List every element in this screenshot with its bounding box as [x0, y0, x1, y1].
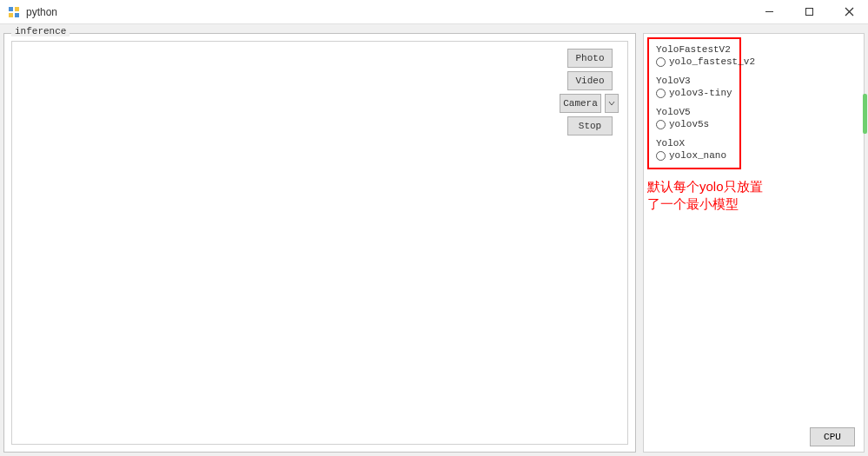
model-group-yolov3: YoloV3 yolov3-tiny: [656, 76, 732, 98]
model-panel: YoloFastestV2 yolo_fastest_v2 YoloV3 yol…: [643, 33, 865, 453]
model-group-yolofastestv2: YoloFastestV2 yolo_fastest_v2: [656, 44, 732, 67]
annotation-text: 默认每个yolo只放置 了一个最小模型: [647, 178, 860, 212]
radio-yolov5s[interactable]: yolov5s: [656, 119, 732, 129]
main-content: inference Photo Video Camera Stop YoloFa…: [0, 24, 868, 456]
svg-rect-1: [15, 7, 19, 11]
model-selection-box: YoloFastestV2 yolo_fastest_v2 YoloV3 yol…: [647, 37, 741, 169]
stop-button[interactable]: Stop: [567, 116, 613, 135]
radio-label: yolov3-tiny: [669, 88, 732, 98]
svg-rect-3: [15, 13, 19, 17]
app-icon: [7, 5, 21, 19]
scroll-indicator-icon: [863, 94, 867, 134]
radio-yolox-nano[interactable]: yolox_nano: [656, 150, 732, 161]
photo-button[interactable]: Photo: [567, 49, 613, 68]
minimize-button[interactable]: [757, 3, 781, 21]
inference-canvas: Photo Video Camera Stop: [11, 41, 628, 445]
model-group-yolox: YoloX yolox_nano: [656, 138, 732, 161]
model-group-title: YoloV3: [656, 76, 732, 86]
video-button[interactable]: Video: [567, 71, 613, 90]
camera-button[interactable]: Camera: [560, 94, 601, 113]
svg-rect-0: [9, 7, 13, 11]
svg-rect-2: [9, 13, 13, 17]
radio-icon: [656, 151, 666, 161]
maximize-button[interactable]: [797, 3, 821, 21]
radio-label: yolo_fastest_v2: [669, 56, 755, 67]
radio-icon: [656, 120, 666, 129]
model-group-yolov5: YoloV5 yolov5s: [656, 107, 732, 129]
model-group-title: YoloV5: [656, 107, 732, 117]
model-group-title: YoloX: [656, 138, 732, 149]
window-controls: [757, 3, 861, 21]
groupbox-label: inference: [11, 26, 70, 36]
radio-icon: [656, 89, 666, 98]
radio-icon: [656, 57, 666, 67]
window-title: python: [26, 6, 57, 18]
annotation-line: 默认每个yolo只放置: [647, 178, 860, 195]
radio-yolo-fastest-v2[interactable]: yolo_fastest_v2: [656, 56, 732, 67]
cpu-button[interactable]: CPU: [810, 427, 855, 446]
inference-groupbox: inference Photo Video Camera Stop: [3, 33, 636, 453]
action-button-column: Photo Video Camera Stop: [560, 49, 620, 135]
radio-label: yolox_nano: [669, 150, 726, 161]
camera-select-dropdown[interactable]: [605, 94, 619, 113]
svg-rect-5: [805, 9, 812, 16]
window-titlebar: python: [0, 0, 868, 24]
model-group-title: YoloFastestV2: [656, 44, 732, 55]
close-button[interactable]: [837, 3, 861, 21]
radio-label: yolov5s: [669, 119, 709, 129]
annotation-line: 了一个最小模型: [647, 195, 860, 213]
radio-yolov3-tiny[interactable]: yolov3-tiny: [656, 88, 732, 98]
